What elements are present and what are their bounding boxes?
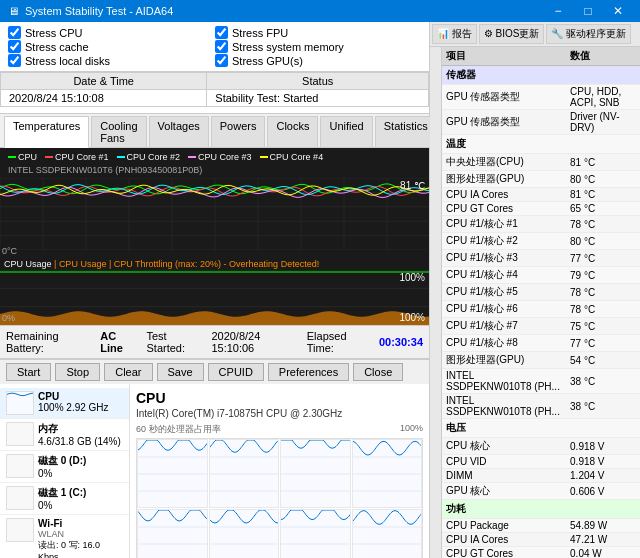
stress-cache-checkbox[interactable]: Stress cache: [8, 40, 214, 53]
elapsed-label: Elapsed Time:: [307, 330, 371, 354]
section-power: 功耗: [442, 500, 640, 519]
minimize-button[interactable]: −: [544, 0, 572, 22]
sensor-table-container: 项目 数值 传感器 GPU 传感器类型CPU, HDD, ACPI, SNB G…: [442, 47, 640, 558]
table-row: INTEL SSDPEKNW010T8 (PH...38 °C: [442, 394, 640, 419]
cpu-detail-subtitle: Intel(R) Core(TM) i7-10875H CPU @ 2.30GH…: [136, 408, 423, 419]
monitor-wifi[interactable]: Wi-Fi WLAN 读出: 0 写: 16.0 Kbps: [0, 515, 129, 558]
table-row: 图形处理器(GPU)54 °C: [442, 352, 640, 369]
tab-voltages[interactable]: Voltages: [149, 116, 209, 147]
table-row: CPU #1/核心 #377 °C: [442, 250, 640, 267]
sensor-table: 项目 数值 传感器 GPU 传感器类型CPU, HDD, ACPI, SNB G…: [442, 47, 640, 558]
log-row: 2020/8/24 15:10:08 Stability Test: Start…: [1, 90, 429, 107]
log-status: Stability Test: Started: [207, 90, 429, 107]
tab-clocks[interactable]: Clocks: [267, 116, 318, 147]
disk0-thumb: [6, 454, 34, 478]
table-row: CPU #1/核心 #678 °C: [442, 301, 640, 318]
test-started-label: Test Started:: [146, 330, 203, 354]
table-row: CPU IA Cores81 °C: [442, 188, 640, 202]
legend-core3: CPU Core #3: [198, 152, 252, 162]
right-sidebar-bar: [430, 47, 442, 558]
table-row: CPU IA Cores47.21 W: [442, 533, 640, 547]
cpuid-button[interactable]: CPUID: [208, 363, 264, 381]
save-button[interactable]: Save: [157, 363, 204, 381]
monitor-memory[interactable]: 内存 4.6/31.8 GB (14%): [0, 419, 129, 451]
tab-unified[interactable]: Unified: [320, 116, 372, 147]
table-row: CPU GT Cores65 °C: [442, 202, 640, 216]
driver-button[interactable]: 🔧 驱动程序更新: [546, 24, 631, 44]
table-row: CPU #1/核心 #775 °C: [442, 318, 640, 335]
table-row: CPU #1/核心 #280 °C: [442, 233, 640, 250]
stress-cpu-checkbox[interactable]: Stress CPU: [8, 26, 214, 39]
tab-temperatures[interactable]: Temperatures: [4, 116, 89, 148]
sensor-col-value: 数值: [566, 47, 640, 66]
chart-tabs: Temperatures Cooling Fans Voltages Power…: [0, 114, 429, 148]
cpu-usage-label: CPU Usage | CPU Usage | CPU Throttling (…: [0, 258, 429, 270]
sensor-col-item: 项目: [442, 47, 566, 66]
elapsed-value: 00:30:34: [379, 336, 423, 348]
right-panel: 📊 报告 ⚙ BIOS更新 🔧 驱动程序更新 项目 数值 传感器: [430, 22, 640, 558]
bios-button[interactable]: ⚙ BIOS更新: [479, 24, 545, 44]
battery-value: AC Line: [100, 330, 138, 354]
stop-button[interactable]: Stop: [55, 363, 100, 381]
table-row: CPU #1/核心 #877 °C: [442, 335, 640, 352]
left-panel: Stress CPU Stress FPU Stress cache Stres…: [0, 22, 430, 558]
tab-powers[interactable]: Powers: [211, 116, 266, 147]
table-row: CPU 核心0.918 V: [442, 438, 640, 455]
legend-core2: CPU Core #2: [127, 152, 181, 162]
close-button[interactable]: ✕: [604, 0, 632, 22]
table-row: CPU #1/核心 #479 °C: [442, 267, 640, 284]
close-main-button[interactable]: Close: [353, 363, 403, 381]
cpu-detail-panel: CPU Intel(R) Core(TM) i7-10875H CPU @ 2.…: [130, 384, 429, 558]
log-table-container: Date & Time Status 2020/8/24 15:10:08 St…: [0, 72, 429, 114]
disk1-thumb: [6, 486, 34, 510]
stress-disks-checkbox[interactable]: Stress local disks: [8, 54, 214, 67]
stress-options: Stress CPU Stress FPU Stress cache Stres…: [0, 22, 429, 72]
wifi-thumb: [6, 518, 34, 542]
right-toolbar: 📊 报告 ⚙ BIOS更新 🔧 驱动程序更新: [430, 22, 640, 47]
legend-core1: CPU Core #1: [55, 152, 109, 162]
legend-cpu: CPU: [18, 152, 37, 162]
table-row: 图形处理器(GPU)80 °C: [442, 171, 640, 188]
section-temperature: 温度: [442, 135, 640, 154]
table-row: 中央处理器(CPU)81 °C: [442, 154, 640, 171]
table-row: INTEL SSDPEKNW010T8 (PH...38 °C: [442, 369, 640, 394]
monitor-section: CPU 100% 2.92 GHz 内存 4.6/31.8 GB (14%) 磁…: [0, 384, 429, 558]
stress-fpu-checkbox[interactable]: Stress FPU: [215, 26, 421, 39]
monitor-sidebar: CPU 100% 2.92 GHz 内存 4.6/31.8 GB (14%) 磁…: [0, 384, 130, 558]
title-bar: 🖥 System Stability Test - AIDA64 − □ ✕: [0, 0, 640, 22]
section-voltage: 电压: [442, 419, 640, 438]
stress-gpu-checkbox[interactable]: Stress GPU(s): [215, 54, 421, 67]
start-button[interactable]: Start: [6, 363, 51, 381]
tab-cooling-fans[interactable]: Cooling Fans: [91, 116, 146, 147]
temperature-chart: 81 ℃ 0°C: [0, 178, 429, 258]
window-title: System Stability Test - AIDA64: [25, 5, 173, 17]
log-header-datetime: Date & Time: [1, 73, 207, 90]
memory-thumb: [6, 422, 34, 446]
table-row: DIMM1.204 V: [442, 469, 640, 483]
table-row: GPU 核心0.606 V: [442, 483, 640, 500]
table-row: CPU #1/核心 #578 °C: [442, 284, 640, 301]
cpu-detail-title: CPU: [136, 390, 423, 406]
action-buttons: Start Stop Clear Save CPUID Preferences …: [0, 359, 429, 384]
log-datetime: 2020/8/24 15:10:08: [1, 90, 207, 107]
monitor-disk0[interactable]: 磁盘 0 (D:) 0%: [0, 451, 129, 483]
table-row: GPU 传感器类型CPU, HDD, ACPI, SNB: [442, 85, 640, 110]
cpu-chart-max: 100%: [400, 423, 423, 436]
table-row: CPU #1/核心 #178 °C: [442, 216, 640, 233]
stress-memory-checkbox[interactable]: Stress system memory: [215, 40, 421, 53]
monitor-cpu[interactable]: CPU 100% 2.92 GHz: [0, 388, 129, 419]
maximize-button[interactable]: □: [574, 0, 602, 22]
tab-statistics[interactable]: Statistics: [375, 116, 437, 147]
preferences-button[interactable]: Preferences: [268, 363, 349, 381]
cpu-core-grid: [136, 438, 423, 558]
log-header-status: Status: [207, 73, 429, 90]
clear-button[interactable]: Clear: [104, 363, 152, 381]
table-row: GPU 传感器类型Driver (NV-DRV): [442, 110, 640, 135]
chart-legend: CPU CPU Core #1 CPU Core #2 CPU Core #3 …: [4, 150, 425, 164]
table-row: CPU GT Cores0.04 W: [442, 547, 640, 559]
app-icon: 🖥: [8, 5, 19, 17]
battery-label: Remaining Battery:: [6, 330, 92, 354]
report-button[interactable]: 📊 报告: [432, 24, 477, 44]
monitor-disk1[interactable]: 磁盘 1 (C:) 0%: [0, 483, 129, 515]
table-row: CPU VID0.918 V: [442, 455, 640, 469]
